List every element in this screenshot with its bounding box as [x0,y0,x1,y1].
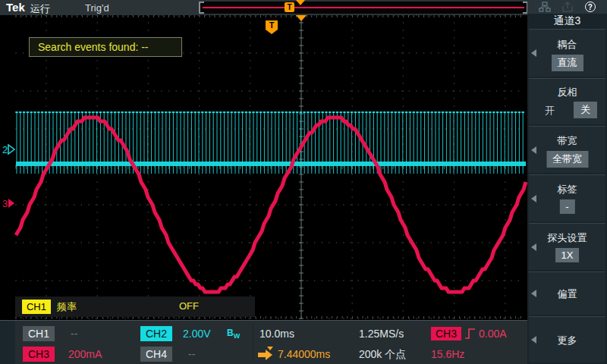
svg-text:T: T [269,20,275,30]
readout-left-strip [0,321,15,364]
measurement-channel-badge: CH1 [22,300,51,314]
invert-off-option[interactable]: 关 [574,102,597,118]
delay-time-readout: 7.44000ms [278,348,330,360]
search-events-banner: Search events found: -- [29,37,182,57]
menu-label: 更多 [529,334,605,347]
measurement-value: OFF [179,300,199,312]
sample-rate-readout: 1.25MS/s [359,328,404,340]
trigger-source-badge[interactable]: CH3 [431,327,461,340]
trigger-slope-icon [464,327,477,340]
menu-item-more[interactable]: 更多 [529,316,605,362]
trigger-frequency-readout: 15.6Hz [431,348,464,360]
ch3-scale-readout: 200mA [68,348,102,360]
svg-text:2: 2 [2,144,8,155]
ch1-badge[interactable]: CH1 [23,326,55,341]
menu-label: 标签 [529,183,605,196]
acquisition-status: 运行 [30,2,50,16]
menu-item-coupling[interactable]: 耦合 直流 [529,29,605,77]
menu-label: 偏置 [529,287,605,301]
ch2-scale-readout: 2.00V [183,328,211,340]
menu-item-probe-setup[interactable]: 探头设置 1X [529,223,605,270]
bottom-readout-bar: CH1 -- CH2 2.00V BW CH3 200mA CH4 -- 10.… [0,320,527,364]
menu-item-label[interactable]: 标签 - [529,174,605,221]
ch3-badge[interactable]: CH3 [23,347,55,362]
menu-item-offset[interactable]: 偏置 [529,271,605,315]
waveform-display: T23 Search events found: -- CH1 频率 OFF [0,15,527,364]
ch4-badge[interactable]: CH4 [140,347,172,362]
ch1-scale-readout: -- [71,328,77,340]
menu-label: 探头设置 [529,231,605,245]
svg-text:3: 3 [2,198,8,209]
trigger-t-badge[interactable]: T [285,2,294,12]
export-icon[interactable] [561,2,574,12]
tek-logo: Tek [6,1,25,14]
delay-arrow-icon [256,346,275,361]
menu-item-invert[interactable]: 反相 开 关 [529,78,605,124]
topology-icon[interactable] [539,2,551,12]
top-status-bar: Tek 运行 Trig'd T [0,0,527,15]
trigger-position-triangle [296,0,305,5]
side-menu-channel3: ? 通道3 耦合 直流 反相 开 关 带宽 全带宽 标签 - 探头设置 1X [527,0,607,364]
readout-divider [253,323,253,362]
ch2-badge[interactable]: CH2 [140,326,172,341]
menu-label: 带宽 [529,134,605,148]
ch2-bandwidth-limit-icon: BW [227,328,240,340]
label-value-chip[interactable]: - [559,199,574,214]
timebase-readout: 10.0ms [259,328,294,340]
invert-on-option[interactable]: 开 [545,104,555,118]
oscilloscope-screen: Tek 运行 Trig'd T T23 Search events found:… [0,0,607,364]
menu-label: 耦合 [529,38,605,52]
trigger-level-readout: 0.00A [479,328,507,340]
record-waveform-line [203,7,524,8]
coupling-value-chip[interactable]: 直流 [552,55,583,71]
measurement-bar[interactable]: CH1 频率 OFF [15,297,255,317]
bandwidth-value-chip[interactable]: 全带宽 [546,151,588,168]
help-icon[interactable]: ? [585,2,596,12]
menu-label: 反相 [529,86,605,99]
menu-title: 通道3 [527,14,607,28]
sidebar-icon-row: ? [527,0,607,14]
menu-item-bandwidth[interactable]: 带宽 全带宽 [529,126,605,173]
ch4-scale-readout: -- [188,348,195,360]
measurement-name: 频率 [57,300,77,314]
record-length-readout: 200k 个点 [359,348,406,362]
acquisition-preview-bar[interactable]: T [199,2,528,14]
trigger-status: Trig'd [85,2,109,14]
probe-value-chip[interactable]: 1X [555,248,580,262]
